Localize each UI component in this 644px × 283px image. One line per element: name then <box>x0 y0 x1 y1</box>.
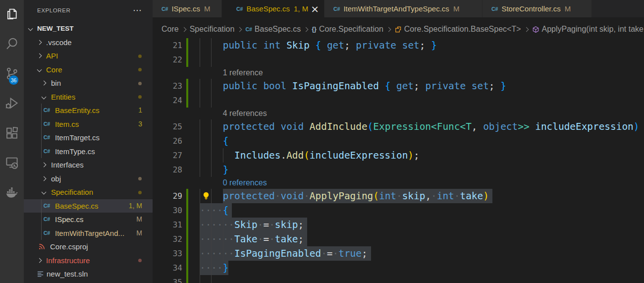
line-number: 33 <box>153 246 182 261</box>
line-number: 23 <box>153 79 182 93</box>
line-number: 31 <box>153 218 182 232</box>
line-number: 21 <box>153 38 182 53</box>
vscode-window: 36 EXPLORER ⋯ NEW_TEST.vscodeAPICorebinE… <box>0 0 644 283</box>
line-number: 28 <box>153 163 182 177</box>
line-number: 34 <box>153 261 182 275</box>
codelens-references: 1 reference <box>223 67 263 79</box>
indent-guide <box>200 53 200 67</box>
code-line[interactable]: ····{ <box>200 203 228 218</box>
gutter-modified-bar <box>186 38 188 53</box>
code-area[interactable]: 21 public int Skip { get; private set; }… <box>0 0 644 283</box>
gutter-modified-bar <box>186 53 188 67</box>
code-line[interactable]: ······IsPagingEnabled·=·true; <box>200 246 368 261</box>
line-number: 22 <box>153 53 182 67</box>
indent-guide <box>211 53 212 67</box>
indent-guide <box>211 275 212 283</box>
gutter-modified-bar <box>186 189 188 203</box>
editor-area: C#ISpec.csMC#BaseSpec.cs1, M×C#ItemWithT… <box>153 0 644 283</box>
gutter-modified-bar <box>186 79 188 93</box>
gutter-modified-bar <box>186 246 188 261</box>
line-number: 32 <box>153 232 182 246</box>
codelens-references: 4 references <box>223 108 267 119</box>
gutter-modified-bar <box>186 261 188 275</box>
gutter-modified-bar <box>186 93 188 108</box>
code-line[interactable]: ····} <box>200 261 228 275</box>
line-number: 24 <box>153 93 182 108</box>
indent-guide <box>200 275 200 283</box>
code-line[interactable]: ······Skip·=·skip; <box>200 218 304 232</box>
gutter-modified-bar <box>186 232 188 246</box>
line-number: 30 <box>153 203 182 218</box>
code-line[interactable]: { <box>200 134 228 148</box>
gutter-modified-bar <box>186 275 188 283</box>
gutter-modified-bar <box>186 203 188 218</box>
code-line[interactable]: Includes.Add(includeExpression); <box>200 148 420 163</box>
code-line[interactable]: } <box>200 163 228 177</box>
line-number: 27 <box>153 148 182 163</box>
code-line[interactable]: protected void AddInclude(Expression<Fun… <box>200 119 639 134</box>
code-line[interactable]: protected·void·ApplyPaging(int·skip,·int… <box>200 189 489 203</box>
code-line[interactable]: ······Take·=·take; <box>200 232 304 246</box>
code-line[interactable]: public int Skip { get; private set; } <box>200 38 437 53</box>
codelens-references[interactable]: 0 references <box>223 177 267 189</box>
line-number: 35 <box>153 275 182 283</box>
line-number: 25 <box>153 119 182 134</box>
code-line[interactable]: public bool IsPagingEnabled { get; priva… <box>200 79 506 93</box>
indent-guide <box>200 93 200 108</box>
line-number: 29 <box>153 189 182 203</box>
line-number: 26 <box>153 134 182 148</box>
gutter-modified-bar <box>186 218 188 232</box>
indent-guide <box>211 93 212 108</box>
